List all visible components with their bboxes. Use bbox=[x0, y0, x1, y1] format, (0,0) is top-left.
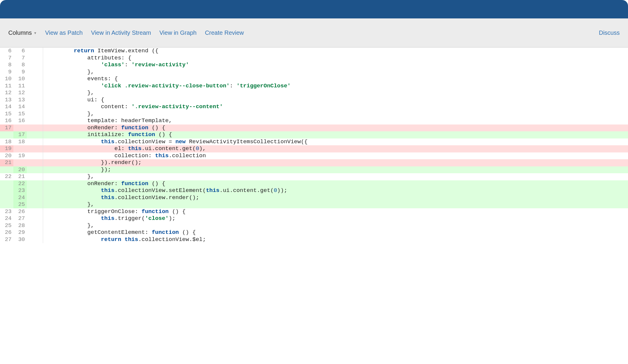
header-bar bbox=[0, 0, 628, 18]
line-number-new: 16 bbox=[13, 117, 27, 125]
diff-row[interactable]: 66 return ItemView.extend ({ bbox=[0, 48, 628, 55]
line-number-new: 11 bbox=[13, 83, 27, 90]
line-number-new: 6 bbox=[13, 48, 27, 55]
line-number-old: 6 bbox=[0, 48, 13, 55]
line-number-old bbox=[0, 201, 13, 208]
diff-row[interactable]: 21 }).render(); bbox=[0, 159, 628, 166]
line-number-new: 18 bbox=[13, 138, 27, 146]
gutter bbox=[27, 111, 43, 118]
line-number-old: 23 bbox=[0, 208, 13, 215]
gutter bbox=[27, 117, 43, 125]
line-number-new: 22 bbox=[13, 180, 27, 187]
code-line: this.collectionView.setElement(this.ui.c… bbox=[43, 187, 628, 194]
diff-row[interactable]: 24 this.collectionView.render(); bbox=[0, 194, 628, 201]
code-line: }, bbox=[43, 222, 628, 229]
line-number-new: 10 bbox=[13, 75, 27, 83]
line-number-old: 13 bbox=[0, 97, 13, 104]
diff-row[interactable]: 2221 }, bbox=[0, 173, 628, 180]
diff-row[interactable]: 17 onRender: function () { bbox=[0, 125, 628, 132]
line-number-new bbox=[13, 125, 27, 132]
gutter bbox=[27, 89, 43, 97]
diff-row[interactable]: 99 }, bbox=[0, 69, 628, 76]
columns-dropdown[interactable]: Columns ▼ bbox=[8, 29, 37, 36]
view-as-patch-link[interactable]: View as Patch bbox=[45, 29, 83, 36]
gutter bbox=[27, 180, 43, 187]
diff-row[interactable]: 1010 events: { bbox=[0, 75, 628, 83]
line-number-new: 28 bbox=[13, 222, 27, 229]
gutter bbox=[27, 75, 43, 83]
line-number-old: 10 bbox=[0, 75, 13, 83]
diff-row[interactable]: 23 this.collectionView.setElement(this.u… bbox=[0, 187, 628, 194]
gutter bbox=[27, 194, 43, 201]
line-number-new: 17 bbox=[13, 131, 27, 138]
line-number-old: 16 bbox=[0, 117, 13, 125]
line-number-old: 18 bbox=[0, 138, 13, 146]
diff-row[interactable]: 2019 collection: this.collection bbox=[0, 152, 628, 160]
diff-row[interactable]: 20 }); bbox=[0, 166, 628, 174]
gutter bbox=[27, 125, 43, 132]
code-line: return ItemView.extend ({ bbox=[43, 48, 628, 55]
code-line: this.collectionView.render(); bbox=[43, 194, 628, 201]
line-number-new: 7 bbox=[13, 55, 27, 62]
line-number-old bbox=[0, 187, 13, 194]
code-line: onRender: function () { bbox=[43, 180, 628, 187]
diff-row[interactable]: 1616 template: headerTemplate, bbox=[0, 117, 628, 125]
code-line: }, bbox=[43, 173, 628, 180]
line-number-old: 15 bbox=[0, 111, 13, 118]
code-line: template: headerTemplate, bbox=[43, 117, 628, 125]
discuss-link[interactable]: Discuss bbox=[599, 29, 620, 36]
code-line: }, bbox=[43, 69, 628, 76]
diff-row[interactable]: 1212 }, bbox=[0, 89, 628, 97]
code-line: this.trigger('close'); bbox=[43, 215, 628, 222]
diff-row[interactable]: 22 onRender: function () { bbox=[0, 180, 628, 187]
diff-row[interactable]: 19 el: this.ui.content.get(0), bbox=[0, 145, 628, 152]
diff-row[interactable]: 2427 this.trigger('close'); bbox=[0, 215, 628, 222]
code-line: onRender: function () { bbox=[43, 125, 628, 132]
diff-row[interactable]: 77 attributes: { bbox=[0, 55, 628, 62]
code-line: collection: this.collection bbox=[43, 152, 628, 160]
gutter bbox=[27, 173, 43, 180]
code-line: initialize: function () { bbox=[43, 131, 628, 138]
diff-row[interactable]: 1111 'click .review-activity--close-butt… bbox=[0, 83, 628, 90]
line-number-old: 27 bbox=[0, 236, 13, 243]
diff-row[interactable]: 1313 ui: { bbox=[0, 97, 628, 104]
line-number-new: 15 bbox=[13, 111, 27, 118]
gutter bbox=[27, 236, 43, 243]
diff-row[interactable]: 25 }, bbox=[0, 201, 628, 208]
code-line: triggerOnClose: function () { bbox=[43, 208, 628, 215]
line-number-old bbox=[0, 194, 13, 201]
line-number-old: 9 bbox=[0, 69, 13, 76]
line-number-old: 8 bbox=[0, 62, 13, 69]
line-number-old: 24 bbox=[0, 215, 13, 222]
line-number-new: 8 bbox=[13, 62, 27, 69]
gutter bbox=[27, 215, 43, 222]
line-number-new: 21 bbox=[13, 173, 27, 180]
diff-row[interactable]: 1515 }, bbox=[0, 111, 628, 118]
diff-row[interactable]: 2629 getContentElement: function () { bbox=[0, 229, 628, 236]
diff-row[interactable]: 17 initialize: function () { bbox=[0, 131, 628, 138]
view-in-activity-stream-link[interactable]: View in Activity Stream bbox=[91, 29, 151, 36]
code-line: }, bbox=[43, 89, 628, 97]
line-number-new: 12 bbox=[13, 89, 27, 97]
gutter bbox=[27, 166, 43, 174]
line-number-old: 25 bbox=[0, 222, 13, 229]
diff-row[interactable]: 2730 return this.collectionView.$el; bbox=[0, 236, 628, 243]
code-line: }, bbox=[43, 201, 628, 208]
code-line: this.collectionView = new ReviewActivity… bbox=[43, 138, 628, 146]
code-line: }).render(); bbox=[43, 159, 628, 166]
line-number-new bbox=[13, 159, 27, 166]
diff-row[interactable]: 1818 this.collectionView = new ReviewAct… bbox=[0, 138, 628, 146]
code-line: el: this.ui.content.get(0), bbox=[43, 145, 628, 152]
line-number-new: 14 bbox=[13, 103, 27, 111]
diff-row[interactable]: 2326 triggerOnClose: function () { bbox=[0, 208, 628, 215]
line-number-new: 23 bbox=[13, 187, 27, 194]
diff-row[interactable]: 88 'class': 'review-activity' bbox=[0, 62, 628, 69]
view-in-graph-link[interactable]: View in Graph bbox=[159, 29, 196, 36]
gutter bbox=[27, 222, 43, 229]
diff-row[interactable]: 2528 }, bbox=[0, 222, 628, 229]
diff-row[interactable]: 1414 content: '.review-activity--content… bbox=[0, 103, 628, 111]
gutter bbox=[27, 48, 43, 55]
gutter bbox=[27, 159, 43, 166]
line-number-new: 24 bbox=[13, 194, 27, 201]
create-review-link[interactable]: Create Review bbox=[205, 29, 244, 36]
